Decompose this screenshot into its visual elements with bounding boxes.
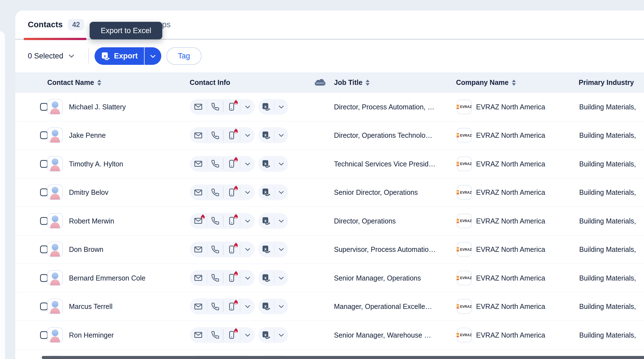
company-name[interactable]: EVRAZ North America [476,217,545,225]
email-icon[interactable] [194,302,203,311]
export-button[interactable]: x Export [95,47,144,65]
export-to-excel-icon[interactable]: x [262,159,271,168]
chevron-down-icon[interactable] [278,132,285,139]
sort-arrows-icon[interactable] [512,80,516,86]
sort-arrows-icon[interactable] [97,80,101,86]
chevron-down-icon[interactable] [244,274,251,281]
export-to-excel-icon[interactable]: x [262,216,271,225]
email-icon[interactable] [194,274,203,282]
contact-name[interactable]: Timothy A. Hylton [69,160,123,168]
contact-name[interactable]: Robert Merwin [69,217,114,225]
export-to-excel-icon[interactable]: x [262,330,271,340]
company-name[interactable]: EVRAZ North America [476,103,545,111]
company-name[interactable]: EVRAZ North America [476,245,545,254]
mobile-phone-icon[interactable] [227,159,236,169]
email-icon[interactable] [194,159,203,168]
row-checkbox[interactable] [40,274,48,282]
row-checkbox[interactable] [40,103,48,111]
row-checkbox[interactable] [40,217,48,225]
chevron-down-icon[interactable] [278,160,285,167]
mobile-phone-icon[interactable] [227,102,236,112]
contact-name[interactable]: Michael J. Slattery [69,103,126,111]
sort-arrows-icon[interactable] [366,80,370,86]
chevron-down-icon[interactable] [244,331,251,338]
mobile-phone-icon[interactable] [227,188,236,197]
row-checkbox[interactable] [40,303,48,310]
chevron-down-icon[interactable] [244,246,251,253]
phone-icon[interactable] [211,274,219,282]
email-icon[interactable] [194,217,203,225]
chevron-down-icon[interactable] [278,103,285,110]
job-title: Director, Operations Technolo… [334,131,432,139]
company-name[interactable]: EVRAZ North America [476,160,545,168]
phone-icon[interactable] [211,245,219,254]
contact-name[interactable]: Bernard Emmerson Cole [69,274,145,282]
export-to-excel-icon[interactable]: x [262,273,271,282]
company-name[interactable]: EVRAZ North America [476,131,545,139]
chevron-down-icon[interactable] [278,189,285,196]
export-to-excel-icon[interactable]: x [262,102,271,111]
company-name[interactable]: EVRAZ North America [476,274,545,282]
row-checkbox[interactable] [40,160,48,168]
row-checkbox[interactable] [40,245,48,253]
phone-icon[interactable] [211,103,219,111]
chevron-down-icon[interactable] [244,160,251,167]
company-name[interactable]: EVRAZ North America [476,331,545,339]
chevron-down-icon[interactable] [244,189,251,196]
chevron-down-icon[interactable] [244,103,251,110]
phone-icon[interactable] [211,160,219,168]
selection-dropdown[interactable]: 0 Selected [28,40,75,72]
email-icon[interactable] [194,331,203,340]
row-checkbox[interactable] [40,131,48,139]
company-name[interactable]: EVRAZ North America [476,303,545,311]
email-icon[interactable] [194,102,203,111]
column-header-company-name[interactable]: Company Name [456,72,516,93]
chevron-down-icon[interactable] [278,331,285,338]
phone-icon[interactable] [211,302,219,311]
phone-icon[interactable] [211,217,219,225]
email-icon[interactable] [194,131,203,140]
export-options-button[interactable] [145,47,161,65]
row-checkbox[interactable] [40,331,48,339]
contact-name[interactable]: Don Brown [69,245,103,254]
mobile-phone-icon[interactable] [227,330,236,340]
primary-industry: Building Materials, [579,331,644,339]
tab-contacts[interactable]: Contacts 42 [28,11,84,38]
mobile-phone-icon[interactable] [227,302,236,311]
export-to-excel-icon[interactable]: x [262,245,271,254]
chevron-down-icon[interactable] [244,303,251,310]
chevron-down-icon[interactable] [278,246,285,253]
phone-icon[interactable] [211,188,219,196]
mobile-phone-icon[interactable] [227,216,236,226]
mobile-phone-icon[interactable] [227,245,236,254]
mobile-phone-icon[interactable] [227,131,236,140]
email-icon[interactable] [194,188,203,197]
chevron-down-icon[interactable] [278,274,285,281]
evraz-logo-text: EVRAZ [460,304,472,308]
export-to-excel-icon[interactable]: x [262,131,271,140]
chevron-down-icon[interactable] [244,132,251,139]
phone-icon[interactable] [211,131,219,139]
mobile-phone-icon[interactable] [227,273,236,283]
company-logo: EVRAZ [457,271,472,285]
phone-icon[interactable] [211,331,219,339]
tag-button[interactable]: Tag [166,47,202,65]
company-name[interactable]: EVRAZ North America [476,188,545,196]
chevron-down-icon[interactable] [244,217,251,224]
column-header-primary-industry[interactable]: Primary Industry [579,72,634,93]
row-checkbox[interactable] [40,188,48,196]
contact-name[interactable]: Dmitry Belov [69,188,108,196]
export-to-excel-icon[interactable]: x [262,302,271,311]
chevron-down-icon[interactable] [278,217,285,224]
chevron-down-icon[interactable] [278,303,285,310]
horizontal-scrollbar[interactable] [42,356,644,359]
contact-name[interactable]: Ron Heminger [69,331,114,339]
column-header-contact-name[interactable]: Contact Name [47,72,101,93]
table-row: Bernard Emmerson Cole [15,264,644,292]
person-icon [48,157,62,171]
contact-name[interactable]: Marcus Terrell [69,303,113,311]
email-icon[interactable] [194,245,203,254]
contact-name[interactable]: Jake Penne [69,131,106,139]
export-to-excel-icon[interactable]: x [262,188,271,197]
column-header-job-title[interactable]: Job Title [334,72,370,93]
